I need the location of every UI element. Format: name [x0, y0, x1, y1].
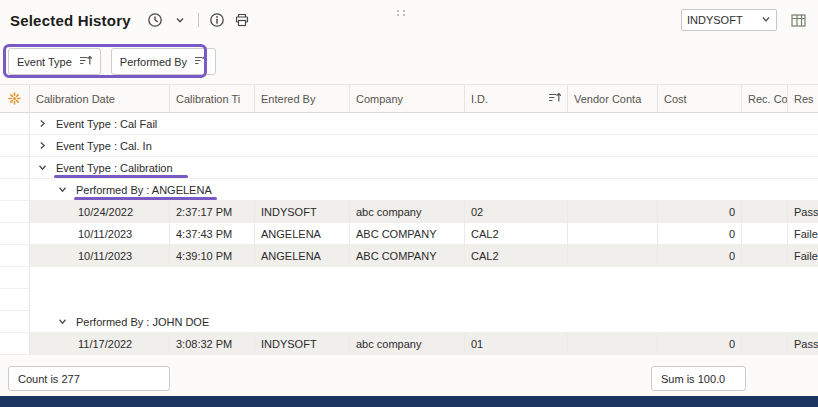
- cell-cost: 0: [658, 333, 742, 354]
- group-row[interactable]: Performed By : JOHN DOE: [0, 311, 818, 333]
- cell-i-d: 01: [465, 333, 568, 354]
- row-indicator-cell: [0, 113, 30, 135]
- cell-calibration-ti: 4:39:10 PM: [170, 245, 255, 266]
- column-header-label: Rec. Co: [748, 93, 788, 105]
- history-clock-icon[interactable]: [145, 10, 165, 30]
- cell-vendor-conta: [568, 201, 658, 222]
- cell-cost: 0: [658, 223, 742, 244]
- table-row[interactable]: 11/17/20223:08:32 PMINDYSOFTabc company0…: [0, 333, 818, 355]
- cell-rec-co: [742, 245, 788, 266]
- collapse-chevron-icon[interactable]: [58, 185, 67, 194]
- row-indicator-cell: [0, 201, 30, 223]
- cell-entered-by: INDYSOFT: [255, 201, 350, 222]
- column-header-calibration-ti[interactable]: Calibration Ti: [170, 85, 255, 112]
- column-header-label: Res: [794, 93, 814, 105]
- toolbar-separator: [198, 13, 199, 27]
- sort-icon: [548, 92, 561, 105]
- cell-res: Pass: [788, 333, 818, 354]
- group-row-label: Event Type : Calibration: [56, 162, 173, 174]
- group-row-label: Performed By : ANGELENA: [76, 184, 212, 196]
- group-pill-label: Event Type: [17, 56, 72, 68]
- column-header-calibration-date[interactable]: Calibration Date: [30, 85, 170, 112]
- cell-vendor-conta: [568, 245, 658, 266]
- cell-rec-co: [742, 333, 788, 354]
- table-row[interactable]: 10/24/20222:37:17 PMINDYSOFTabc company0…: [0, 201, 818, 223]
- cell-calibration-date: 11/17/2022: [30, 333, 170, 354]
- printer-icon[interactable]: [232, 10, 252, 30]
- cell-cost: 0: [658, 245, 742, 266]
- table-row[interactable]: 10/11/20234:37:43 PMANGELENAABC COMPANYC…: [0, 223, 818, 245]
- cell-entered-by: INDYSOFT: [255, 333, 350, 354]
- collapse-chevron-icon[interactable]: [38, 163, 47, 172]
- cell-res: Pass: [788, 201, 818, 222]
- cell-company: abc company: [350, 333, 465, 354]
- group-row[interactable]: Performed By : ANGELENA: [0, 179, 818, 201]
- cell-company: ABC COMPANY: [350, 223, 465, 244]
- column-header-cost[interactable]: Cost: [658, 85, 742, 112]
- group-row-label: Performed By : JOHN DOE: [76, 316, 209, 328]
- cell-cost: 0: [658, 201, 742, 222]
- cell-res: Faile: [788, 223, 818, 244]
- grid-column-header-row: Calibration DateCalibration TiEntered By…: [0, 84, 818, 113]
- row-indicator-cell: [0, 223, 30, 245]
- group-pill-performed-by[interactable]: Performed By: [111, 48, 216, 75]
- cell-i-d: CAL2: [465, 223, 568, 244]
- column-header-i-d[interactable]: I.D.: [465, 85, 568, 112]
- cell-entered-by: ANGELENA: [255, 245, 350, 266]
- title-bar: Selected History INDYSOFT: [0, 0, 818, 40]
- column-header-rec-co[interactable]: Rec. Co: [742, 85, 788, 112]
- column-header-label: Calibration Ti: [176, 93, 240, 105]
- row-indicator-cell: [0, 157, 30, 179]
- selected-history-panel: Selected History INDYSOFT: [0, 0, 818, 407]
- group-pill-label: Performed By: [120, 56, 187, 68]
- empty-row: [0, 267, 818, 289]
- cell-company: ABC COMPANY: [350, 245, 465, 266]
- info-icon[interactable]: [207, 10, 227, 30]
- cell-calibration-ti: 3:08:32 PM: [170, 333, 255, 354]
- cell-rec-co: [742, 223, 788, 244]
- collapse-chevron-icon[interactable]: [58, 317, 67, 326]
- column-header-entered-by[interactable]: Entered By: [255, 85, 350, 112]
- column-header-company[interactable]: Company: [350, 85, 465, 112]
- grid-rows: Event Type : Cal FailEvent Type : Cal. I…: [0, 113, 818, 355]
- toolbar-icons: [145, 10, 252, 30]
- group-row-label: Event Type : Cal. In: [56, 140, 152, 152]
- cell-calibration-date: 10/11/2023: [30, 223, 170, 244]
- cell-vendor-conta: [568, 223, 658, 244]
- column-header-label: I.D.: [471, 93, 488, 105]
- customize-icon[interactable]: [0, 85, 30, 112]
- row-indicator-cell: [0, 333, 30, 355]
- expand-chevron-icon[interactable]: [38, 141, 47, 150]
- page-title: Selected History: [10, 12, 131, 29]
- group-row[interactable]: Event Type : Cal. In: [0, 135, 818, 157]
- expand-chevron-icon[interactable]: [38, 119, 47, 128]
- row-indicator-cell: [0, 267, 30, 289]
- cell-rec-co: [742, 201, 788, 222]
- column-header-res[interactable]: Res: [788, 85, 818, 112]
- user-dropdown[interactable]: INDYSOFT: [681, 9, 777, 31]
- count-summary: Count is 277: [8, 366, 170, 391]
- column-header-label: Cost: [664, 93, 687, 105]
- dock-handle-icon: [395, 3, 407, 21]
- row-indicator-cell: [0, 135, 30, 157]
- sum-summary: Sum is 100.0: [651, 366, 746, 391]
- column-headers: Calibration DateCalibration TiEntered By…: [30, 85, 818, 112]
- cell-res: Faile: [788, 245, 818, 266]
- sort-icon: [79, 55, 92, 68]
- sort-icon: [194, 55, 207, 68]
- chevron-down-icon[interactable]: [170, 10, 190, 30]
- group-pill-event-type[interactable]: Event Type: [8, 48, 101, 75]
- cell-company: abc company: [350, 201, 465, 222]
- bottom-bar: [0, 396, 818, 407]
- group-row[interactable]: Event Type : Cal Fail: [0, 113, 818, 135]
- column-header-label: Company: [356, 93, 403, 105]
- table-row[interactable]: 10/11/20234:39:10 PMANGELENAABC COMPANYC…: [0, 245, 818, 267]
- group-row[interactable]: Event Type : Calibration: [0, 157, 818, 179]
- column-header-vendor-conta[interactable]: Vendor Conta: [568, 85, 658, 112]
- group-row-label: Event Type : Cal Fail: [56, 118, 157, 130]
- row-indicator-cell: [0, 289, 30, 311]
- column-header-label: Vendor Conta: [574, 93, 641, 105]
- cell-calibration-date: 10/24/2022: [30, 201, 170, 222]
- dropdown-value: INDYSOFT: [687, 14, 761, 26]
- layout-grid-icon[interactable]: [788, 10, 808, 30]
